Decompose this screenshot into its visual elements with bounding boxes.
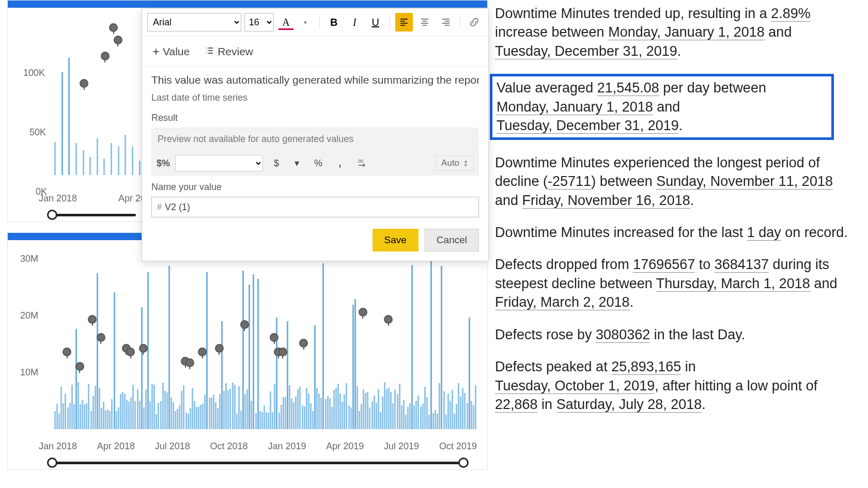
- format-select[interactable]: [175, 155, 263, 171]
- anomaly-marker[interactable]: [101, 52, 110, 60]
- x-tick: Oct 2018: [210, 441, 248, 452]
- chart-header-bar: [8, 1, 487, 8]
- bold-button[interactable]: B: [325, 13, 343, 32]
- align-left-button[interactable]: [395, 13, 413, 32]
- insight-defects-rose[interactable]: Defects rose by 3080362 in the last Day.: [495, 325, 855, 344]
- result-preview: Preview not available for auto generated…: [151, 128, 479, 151]
- anomaly-marker[interactable]: [384, 315, 393, 324]
- svg-text:.00: .00: [357, 159, 364, 164]
- tab-value[interactable]: + Value: [149, 40, 193, 66]
- align-right-button[interactable]: [437, 13, 454, 32]
- anomaly-marker[interactable]: [63, 348, 71, 356]
- name-label: Name your value: [151, 182, 479, 193]
- anomaly-marker[interactable]: [109, 23, 118, 32]
- chart-defects[interactable]: 30M 20M 10M Jan 2018 Apr 2018 Jul 2018 O…: [7, 232, 488, 470]
- plus-icon: +: [152, 44, 160, 59]
- insight-defects-drop[interactable]: Defects dropped from 17696567 to 3684137…: [495, 255, 855, 311]
- font-color-chevron-icon[interactable]: ▾: [297, 13, 314, 32]
- y-tick: 30M: [20, 254, 38, 264]
- x-tick: Apr 2019: [326, 441, 364, 452]
- x-tick: Jan 2018: [39, 193, 77, 204]
- anomaly-marker[interactable]: [185, 358, 194, 367]
- slider-handle-left[interactable]: [47, 458, 57, 468]
- slider-handle-left[interactable]: [47, 210, 57, 220]
- y-tick: 20M: [20, 310, 38, 321]
- x-tick: Jan 2018: [39, 441, 77, 452]
- font-size-select[interactable]: 16: [244, 13, 274, 32]
- value-name-input[interactable]: # V2 (1): [151, 197, 479, 217]
- dialog-subtitle: Last date of time series: [151, 92, 479, 103]
- anomaly-marker[interactable]: [114, 36, 122, 44]
- result-label: Result: [151, 113, 479, 123]
- anomaly-marker[interactable]: [198, 348, 207, 356]
- insights-panel: Downtime Minutes trended up, resulting i…: [489, 0, 861, 488]
- anomaly-marker[interactable]: [215, 344, 224, 353]
- link-button[interactable]: [466, 13, 483, 32]
- insight-decline[interactable]: Downtime Minutes experienced the longest…: [495, 153, 855, 210]
- x-tick: Oct 2019: [439, 441, 477, 452]
- range-slider[interactable]: [49, 462, 467, 464]
- currency-chevron-icon[interactable]: ▾: [288, 155, 305, 171]
- underline-button[interactable]: U: [367, 13, 384, 32]
- x-tick: Apr 2018: [97, 441, 135, 452]
- anomaly-marker[interactable]: [299, 339, 308, 348]
- anomaly-marker[interactable]: [126, 348, 135, 356]
- auto-decimals[interactable]: Auto ▲▼: [436, 155, 474, 171]
- thousands-button[interactable]: ,: [332, 155, 348, 171]
- currency-button[interactable]: $: [268, 155, 285, 171]
- y-tick: 100K: [23, 68, 45, 78]
- dialog-description: This value was automatically generated w…: [151, 74, 479, 86]
- hash-icon: #: [157, 202, 162, 212]
- dialog-tabs: + Value Review: [142, 36, 488, 67]
- percent-button[interactable]: %: [310, 155, 327, 171]
- insight-increase[interactable]: Downtime Minutes increased for the last …: [495, 223, 855, 242]
- y-tick: 50K: [29, 127, 46, 138]
- x-tick: Jan 2019: [268, 441, 306, 452]
- y-tick: 10M: [20, 367, 38, 378]
- anomaly-marker[interactable]: [139, 344, 148, 353]
- x-tick: Jul 2019: [384, 441, 419, 452]
- anomaly-marker[interactable]: [278, 348, 287, 356]
- save-button[interactable]: Save: [373, 229, 419, 251]
- text-format-toolbar: Arial 16 A ▾ B I U: [142, 9, 488, 36]
- insight-average-selected[interactable]: Value averaged 21,545.08 per day between…: [490, 74, 834, 139]
- align-center-button[interactable]: [416, 13, 433, 32]
- anomaly-marker[interactable]: [240, 320, 249, 329]
- anomaly-marker[interactable]: [359, 308, 367, 317]
- format-toolbar: $% $ ▾ % , .00 Auto ▲▼: [151, 151, 479, 176]
- x-tick: Jul 2018: [155, 441, 190, 452]
- spinner-icon[interactable]: ▲▼: [463, 159, 468, 167]
- list-icon: [205, 45, 214, 58]
- insight-defects-peak[interactable]: Defects peaked at 25,893,165 in Tuesday,…: [495, 357, 855, 414]
- anomaly-marker[interactable]: [88, 315, 97, 324]
- font-family-select[interactable]: Arial: [147, 13, 241, 32]
- font-color-button[interactable]: A: [277, 13, 295, 32]
- value-editor-dialog: Arial 16 A ▾ B I U +: [142, 8, 489, 261]
- decimal-button[interactable]: .00: [353, 155, 370, 171]
- anomaly-marker[interactable]: [80, 79, 88, 88]
- italic-button[interactable]: I: [346, 13, 363, 32]
- chart-plot-area: [54, 247, 477, 429]
- insight-trend[interactable]: Downtime Minutes trended up, resulting i…: [495, 4, 855, 60]
- slider-handle-right[interactable]: [458, 458, 469, 468]
- range-slider[interactable]: [49, 214, 136, 216]
- anomaly-marker[interactable]: [97, 333, 105, 342]
- format-spec-icon: $%: [157, 158, 170, 169]
- anomaly-marker[interactable]: [75, 362, 84, 371]
- tab-review[interactable]: Review: [202, 40, 256, 66]
- cancel-button[interactable]: Cancel: [425, 229, 479, 251]
